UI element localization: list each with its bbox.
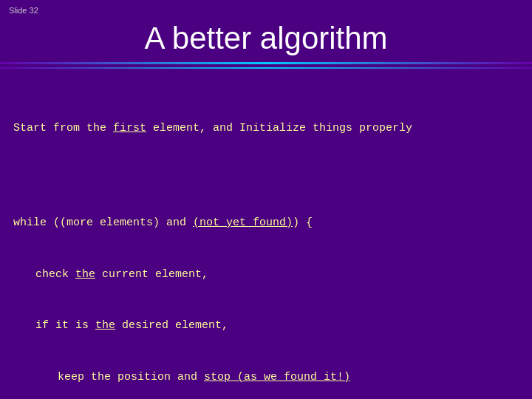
slide-title: A better algorithm xyxy=(0,21,532,56)
code-line-1: Start from the first element, and Initia… xyxy=(13,120,519,137)
underline-the-3: the xyxy=(95,319,115,332)
title-section: A better algorithm xyxy=(0,0,532,62)
code-line-2: while ((more elements) and (not yet foun… xyxy=(13,214,519,231)
code-line-4: if it is the desired element, xyxy=(35,317,519,334)
underline-the-2: the xyxy=(75,268,95,281)
underline-not-yet: (not yet found) xyxy=(193,216,293,229)
slide-label: Slide 32 xyxy=(9,6,38,15)
divider-top xyxy=(0,62,532,64)
underline-the: first xyxy=(113,122,146,134)
underline-stop: stop (as we found it!) xyxy=(204,371,350,383)
spacer-1 xyxy=(13,171,519,180)
code-line-3: check the current element, xyxy=(35,266,519,283)
content-area: Start from the first element, and Initia… xyxy=(0,78,532,399)
code-block: Start from the first element, and Initia… xyxy=(13,85,519,399)
divider-bottom xyxy=(0,67,532,69)
code-line-5: keep the position and stop (as we found … xyxy=(58,369,519,386)
